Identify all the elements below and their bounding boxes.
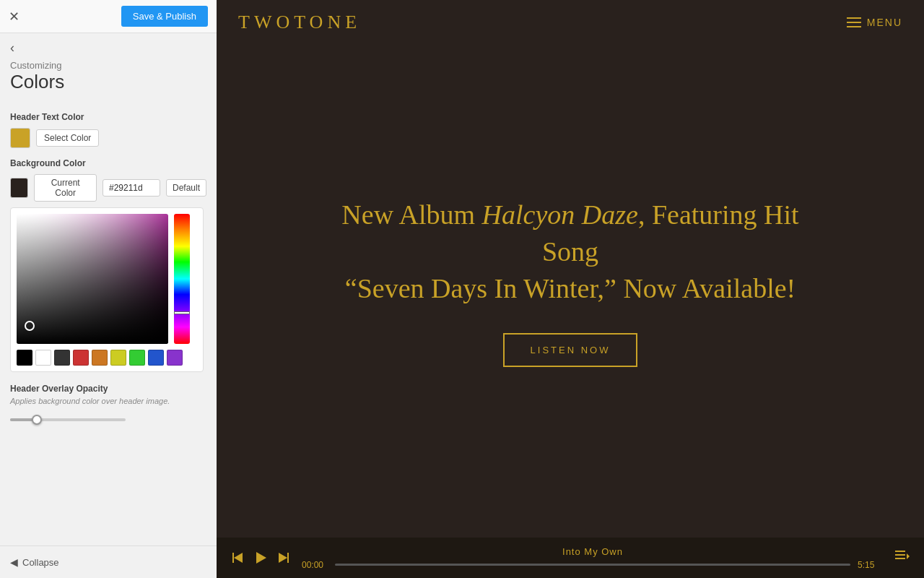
play-button[interactable] bbox=[254, 551, 267, 564]
color-gradient[interactable] bbox=[17, 214, 168, 344]
panel-content: Header Text Color Select Color Backgroun… bbox=[0, 102, 217, 545]
header-text-color-label: Header Text Color bbox=[10, 112, 206, 122]
menu-line-2 bbox=[847, 22, 861, 23]
background-color-row: Current Color Default bbox=[10, 174, 206, 202]
opacity-handle[interactable] bbox=[32, 415, 42, 425]
section-title: Colors bbox=[0, 71, 217, 102]
svg-rect-5 bbox=[895, 551, 905, 552]
menu-button[interactable]: MENU bbox=[847, 17, 902, 28]
save-publish-button[interactable]: Save & Publish bbox=[121, 6, 208, 27]
player-track-area: Into My Own 00:00 5:15 bbox=[302, 546, 884, 570]
player-controls bbox=[231, 551, 290, 564]
preset-white[interactable] bbox=[35, 350, 51, 366]
color-picker bbox=[10, 207, 204, 372]
menu-line-1 bbox=[847, 17, 861, 19]
hue-handle bbox=[174, 311, 190, 314]
listen-now-button[interactable]: LISTEN NOW bbox=[503, 333, 638, 367]
hero-line1: New Album bbox=[341, 199, 481, 230]
preset-green[interactable] bbox=[129, 350, 145, 366]
prev-button[interactable] bbox=[231, 551, 244, 564]
svg-marker-3 bbox=[287, 553, 289, 563]
svg-marker-8 bbox=[907, 553, 910, 559]
svg-rect-6 bbox=[895, 554, 905, 556]
default-button[interactable]: Default bbox=[166, 179, 206, 197]
header-text-color-row: Select Color bbox=[10, 128, 206, 148]
header-text-color-swatch[interactable] bbox=[10, 128, 30, 148]
preset-blue[interactable] bbox=[148, 350, 164, 366]
preset-orange[interactable] bbox=[92, 350, 108, 366]
collapse-label: Collapse bbox=[22, 557, 59, 568]
progress-row: 00:00 5:15 bbox=[302, 560, 884, 570]
site-preview: TWOTONE MENU New Album Halcyon Daze, Fea… bbox=[217, 0, 924, 578]
background-color-swatch[interactable] bbox=[10, 178, 28, 198]
svg-marker-1 bbox=[234, 553, 243, 563]
menu-label: MENU bbox=[867, 17, 902, 28]
svg-rect-7 bbox=[895, 558, 905, 559]
menu-icon bbox=[847, 17, 861, 27]
current-color-button[interactable]: Current Color bbox=[34, 174, 97, 202]
next-button[interactable] bbox=[277, 551, 290, 564]
hero-line3: “Seven Days In Winter,” Now Available! bbox=[345, 273, 796, 303]
hero-italic: Halcyon Daze bbox=[482, 199, 638, 230]
breadcrumb: Customizing bbox=[0, 60, 217, 71]
progress-track[interactable] bbox=[335, 564, 850, 566]
site-header: TWOTONE MENU bbox=[217, 0, 924, 45]
back-section[interactable]: ‹ bbox=[0, 33, 217, 57]
time-current: 00:00 bbox=[302, 560, 328, 570]
hex-input[interactable] bbox=[103, 179, 160, 197]
hero-content: New Album Halcyon Daze, Featuring Hit So… bbox=[217, 0, 924, 578]
menu-line-3 bbox=[847, 26, 861, 27]
background-color-label: Background Color bbox=[10, 158, 206, 168]
close-button[interactable]: ✕ bbox=[9, 9, 19, 25]
opacity-slider-container bbox=[10, 413, 206, 427]
preset-purple[interactable] bbox=[167, 350, 183, 366]
music-player: Into My Own 00:00 5:15 bbox=[217, 538, 924, 578]
collapse-arrow-icon: ◀ bbox=[10, 556, 18, 568]
select-header-color-button[interactable]: Select Color bbox=[36, 129, 99, 147]
svg-marker-0 bbox=[232, 553, 234, 563]
customizer-panel: ✕ Save & Publish ‹ Customizing Colors He… bbox=[0, 0, 217, 578]
preset-red[interactable] bbox=[73, 350, 89, 366]
svg-marker-2 bbox=[256, 552, 266, 564]
preset-black[interactable] bbox=[17, 350, 32, 366]
track-name: Into My Own bbox=[562, 546, 623, 557]
queue-button[interactable] bbox=[895, 551, 910, 565]
opacity-label: Header Overlay Opacity bbox=[10, 384, 206, 394]
time-total: 5:15 bbox=[858, 560, 884, 570]
top-bar: ✕ Save & Publish bbox=[0, 0, 217, 33]
opacity-desc: Applies background color over header ima… bbox=[10, 397, 206, 405]
svg-marker-4 bbox=[279, 553, 287, 563]
site-logo: TWOTONE bbox=[238, 12, 361, 33]
collapse-row[interactable]: ◀ Collapse bbox=[0, 545, 217, 578]
preset-darkgray[interactable] bbox=[54, 350, 70, 366]
color-presets bbox=[17, 350, 197, 366]
hero-title: New Album Halcyon Daze, Featuring Hit So… bbox=[318, 197, 823, 308]
back-button[interactable]: ‹ bbox=[10, 40, 14, 56]
preset-yellow[interactable] bbox=[110, 350, 126, 366]
color-picker-main bbox=[17, 214, 197, 344]
opacity-track[interactable] bbox=[10, 418, 126, 421]
hue-slider[interactable] bbox=[174, 214, 190, 344]
